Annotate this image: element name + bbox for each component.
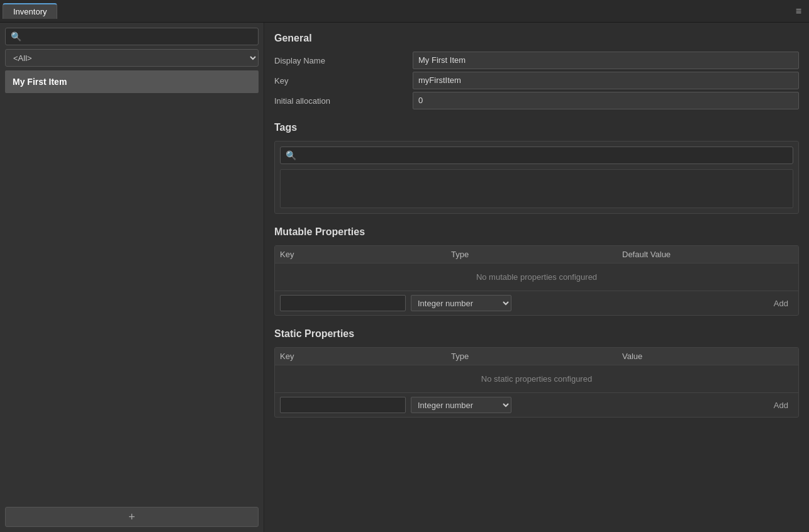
initial-allocation-row: Initial allocation 0 xyxy=(274,92,799,109)
static-col-type: Type xyxy=(451,352,622,361)
initial-allocation-value[interactable]: 0 xyxy=(413,92,799,109)
tab-menu-icon[interactable]: ≡ xyxy=(791,3,806,19)
tags-container: 🔍 xyxy=(274,141,799,214)
tags-search-box: 🔍 xyxy=(280,147,793,164)
main-content: General Display Name My First Item Key m… xyxy=(264,23,809,532)
sidebar-search-icon: 🔍 xyxy=(11,31,21,42)
general-title: General xyxy=(274,33,799,44)
tags-list xyxy=(280,169,793,208)
sidebar-search-input[interactable] xyxy=(25,32,253,42)
key-row: Key myFirstItem xyxy=(274,72,799,89)
mutable-properties-section: Mutable Properties Key Type Default Valu… xyxy=(274,226,799,316)
tab-inventory-label: Inventory xyxy=(13,7,47,16)
sidebar: 🔍 <All> My First Item + xyxy=(0,23,264,532)
tags-title: Tags xyxy=(274,122,799,133)
general-section: General Display Name My First Item Key m… xyxy=(274,33,799,109)
mutable-props-header: Key Type Default Value xyxy=(275,246,798,263)
tags-section: Tags 🔍 xyxy=(274,122,799,214)
add-item-button[interactable]: + xyxy=(5,507,259,527)
display-name-label: Display Name xyxy=(274,52,413,69)
display-name-value[interactable]: My First Item xyxy=(413,52,799,69)
static-properties-title: Static Properties xyxy=(274,328,799,340)
mutable-properties-title: Mutable Properties xyxy=(274,226,799,238)
mutable-props-add-row: Integer number Add xyxy=(275,291,798,315)
static-add-button[interactable]: Add xyxy=(769,398,793,413)
sidebar-search-box: 🔍 xyxy=(5,28,259,45)
main-layout: 🔍 <All> My First Item + General Display … xyxy=(0,23,809,532)
static-properties-container: Key Type Value No static properties conf… xyxy=(274,347,799,418)
sidebar-list: My First Item xyxy=(5,70,259,503)
initial-allocation-label: Initial allocation xyxy=(274,92,413,109)
key-label: Key xyxy=(274,72,413,89)
static-props-header: Key Type Value xyxy=(275,348,798,365)
tags-search-icon: 🔍 xyxy=(286,150,296,160)
mutable-col-key: Key xyxy=(280,250,451,259)
tags-empty-area xyxy=(281,170,793,208)
mutable-add-button[interactable]: Add xyxy=(769,296,793,311)
mutable-col-default: Default Value xyxy=(622,250,793,259)
static-col-key: Key xyxy=(280,352,451,361)
tab-inventory[interactable]: Inventory xyxy=(3,3,57,19)
mutable-properties-container: Key Type Default Value No mutable proper… xyxy=(274,245,799,316)
mutable-col-type: Type xyxy=(451,250,622,259)
mutable-props-empty: No mutable properties configured xyxy=(275,263,798,291)
sidebar-filter: <All> xyxy=(5,49,259,67)
static-properties-section: Static Properties Key Type Value No stat… xyxy=(274,328,799,418)
mutable-type-select[interactable]: Integer number xyxy=(411,295,511,311)
static-props-empty: No static properties configured xyxy=(275,365,798,392)
mutable-key-input[interactable] xyxy=(280,295,406,311)
static-col-value: Value xyxy=(622,352,793,361)
list-item[interactable]: My First Item xyxy=(5,70,259,93)
tags-search-input[interactable] xyxy=(300,151,788,160)
static-props-add-row: Integer number Add xyxy=(275,392,798,417)
static-type-select[interactable]: Integer number xyxy=(411,397,511,413)
display-name-row: Display Name My First Item xyxy=(274,52,799,69)
tab-bar: Inventory ≡ xyxy=(0,0,809,23)
static-key-input[interactable] xyxy=(280,397,406,413)
sidebar-filter-select[interactable]: <All> xyxy=(5,49,259,67)
key-value[interactable]: myFirstItem xyxy=(413,72,799,89)
